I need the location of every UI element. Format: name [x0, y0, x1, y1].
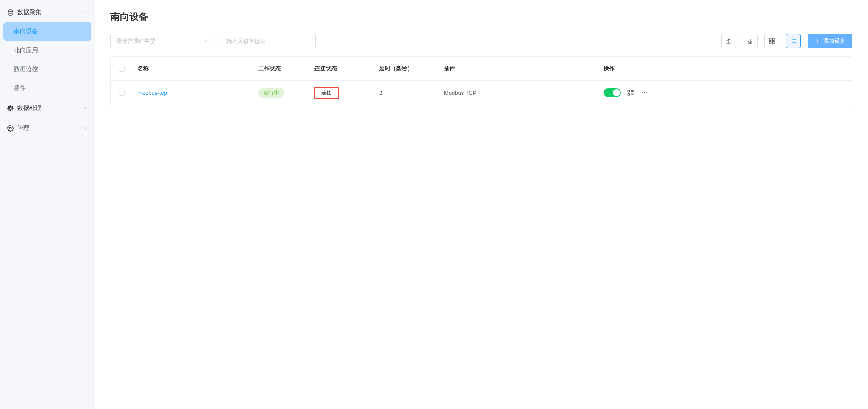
svg-point-2 — [9, 127, 11, 129]
menu-group-data-processing[interactable]: 数据处理 — [3, 99, 91, 117]
work-status-tag: 运行中 — [258, 88, 284, 98]
chevron-up-icon — [83, 10, 88, 15]
search-input[interactable] — [226, 38, 310, 44]
menu-group-management[interactable]: 管理 — [3, 119, 91, 137]
upload-button[interactable] — [721, 34, 736, 48]
download-icon — [747, 38, 754, 44]
th-conn-status: 连接状态 — [309, 65, 374, 72]
chevron-down-icon — [83, 106, 88, 111]
svg-rect-15 — [628, 90, 630, 92]
menu-group-label: 管理 — [17, 124, 29, 132]
svg-point-21 — [642, 92, 643, 93]
plugin-type-select[interactable]: 请选择插件类型 — [110, 34, 214, 48]
main-content: 南向设备 请选择插件类型 — [95, 0, 868, 409]
database-icon — [7, 9, 14, 16]
upload-icon — [725, 38, 732, 44]
sidebar-item-plugin[interactable]: 插件 — [3, 79, 91, 98]
sidebar-item-south-device[interactable]: 南向设备 — [3, 22, 91, 41]
svg-point-23 — [646, 92, 647, 93]
sidebar: 数据采集 南向设备 北向应用 数据监控 插件 — [0, 0, 95, 409]
list-icon — [790, 38, 797, 44]
menu-group-label: 数据采集 — [17, 9, 41, 16]
table-row: modbus-tcp 运行中 连接 2 Modbus TCP — [111, 81, 852, 105]
table-header: 名称 工作状态 连接状态 延时（毫秒） 插件 操作 — [111, 57, 852, 81]
detail-icon[interactable] — [627, 89, 635, 97]
sidebar-item-label: 北向应用 — [14, 47, 38, 54]
page-title: 南向设备 — [110, 10, 852, 23]
device-name-link[interactable]: modbus-tcp — [138, 90, 167, 96]
sidebar-item-label: 数据监控 — [14, 66, 38, 73]
chevron-down-icon — [202, 38, 208, 44]
download-button[interactable] — [743, 34, 758, 48]
plugin-value: Modbus TCP — [439, 90, 598, 96]
device-table: 名称 工作状态 连接状态 延时（毫秒） 插件 操作 modbus-tcp 运行中… — [110, 56, 852, 105]
processing-icon — [7, 105, 14, 112]
add-device-button[interactable]: 添加设备 — [808, 34, 852, 48]
svg-point-22 — [644, 92, 645, 93]
list-view-button[interactable] — [786, 34, 801, 48]
sidebar-item-data-monitor[interactable]: 数据监控 — [3, 60, 91, 79]
chevron-down-icon — [83, 126, 88, 131]
select-placeholder: 请选择插件类型 — [116, 37, 155, 45]
sidebar-item-label: 插件 — [14, 85, 26, 92]
row-checkbox[interactable] — [119, 90, 125, 96]
th-name: 名称 — [132, 65, 253, 72]
latency-value: 2 — [374, 90, 439, 96]
svg-rect-6 — [772, 41, 774, 44]
plus-icon — [815, 38, 821, 44]
menu-group-data-collection[interactable]: 数据采集 — [3, 3, 91, 22]
svg-point-1 — [9, 107, 11, 109]
sidebar-item-north-app[interactable]: 北向应用 — [3, 41, 91, 60]
toolbar: 请选择插件类型 — [110, 34, 852, 48]
grid-view-button[interactable] — [764, 34, 779, 48]
th-ops: 操作 — [598, 65, 852, 72]
svg-rect-5 — [769, 41, 771, 44]
th-latency: 延时（毫秒） — [374, 65, 439, 72]
more-icon[interactable] — [641, 89, 648, 97]
sidebar-item-label: 南向设备 — [14, 28, 38, 35]
svg-rect-18 — [628, 94, 630, 96]
search-input-wrapper — [221, 34, 316, 48]
svg-rect-4 — [772, 38, 774, 41]
svg-rect-3 — [769, 38, 771, 41]
select-all-checkbox[interactable] — [119, 66, 125, 72]
grid-icon — [768, 38, 775, 44]
enable-toggle[interactable] — [604, 88, 621, 97]
gear-icon — [7, 125, 14, 132]
svg-point-0 — [8, 10, 13, 12]
menu-group-label: 数据处理 — [17, 104, 41, 112]
add-button-label: 添加设备 — [823, 37, 846, 45]
th-work-status: 工作状态 — [253, 65, 309, 72]
th-plugin: 插件 — [439, 65, 598, 72]
conn-status-highlight: 连接 — [314, 87, 339, 99]
